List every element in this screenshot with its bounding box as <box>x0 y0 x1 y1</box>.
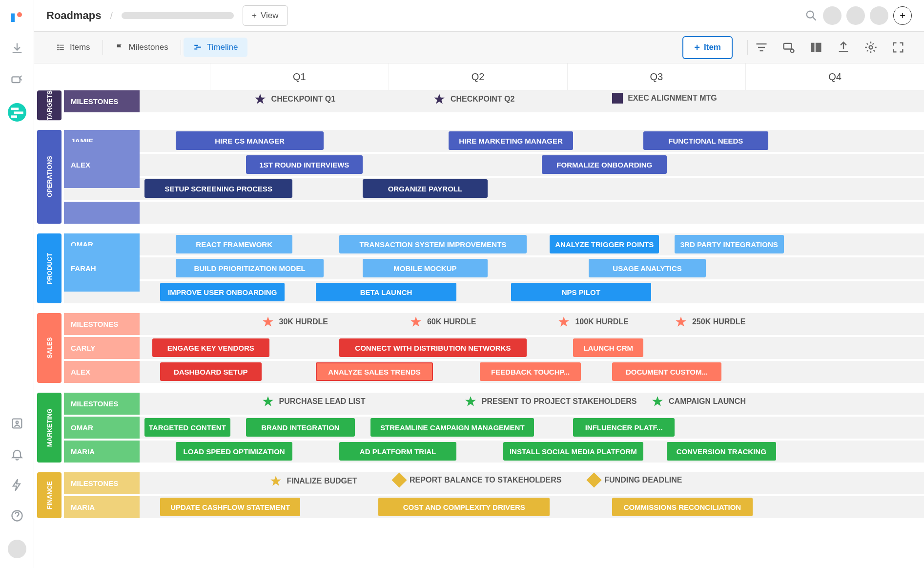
timeline-bar[interactable]: DASHBOARD SETUP <box>160 362 262 381</box>
timeline-bar[interactable]: UPDATE CASHFLOW STATEMENT <box>160 498 300 516</box>
star-icon <box>262 395 274 408</box>
timeline-bar[interactable]: NPS PILOT <box>511 283 651 301</box>
milestone[interactable]: FINALIZE BUDGET <box>269 475 357 487</box>
milestone-label: CHECKPOINT Q2 <box>451 95 515 104</box>
svg-rect-21 <box>760 50 763 51</box>
timeline-bar[interactable]: BRAND INTEGRATION <box>246 418 355 437</box>
milestone[interactable]: FUNDING DEADLINE <box>589 475 682 485</box>
timeline-bar[interactable]: CONNECT WITH DISTRIBUTION NETWORKS <box>339 338 526 357</box>
timeline-bar[interactable]: FEEDBACK TOUCHP... <box>480 362 581 381</box>
quarter-header: Q4 <box>745 63 924 90</box>
timeline-bar[interactable]: REACT FRAMEWORK <box>176 235 293 253</box>
tab-milestones[interactable]: Milestones <box>105 38 178 57</box>
milestone[interactable]: CAMPAIGN LAUNCH <box>651 395 746 408</box>
star-icon <box>410 316 422 328</box>
timeline-bar[interactable]: BETA LAUNCH <box>316 283 456 301</box>
timeline-bar[interactable]: MOBILE MOCKUP <box>363 259 488 277</box>
export-icon[interactable] <box>837 41 850 54</box>
timeline-bar[interactable]: 3RD PARTY INTEGRATIONS <box>675 235 784 253</box>
svg-rect-3 <box>11 108 19 110</box>
add-view-button[interactable]: +View <box>243 5 287 26</box>
milestone-label: PRESENT TO PROJECT STAKEHOLDERS <box>482 397 637 406</box>
timeline-bar[interactable]: AD PLATFORM TRIAL <box>339 442 456 461</box>
timeline-bar[interactable]: LOAD SPEED OPTIMIZATION <box>176 442 293 461</box>
milestone[interactable]: 100K HURDLE <box>557 316 628 328</box>
milestone[interactable]: PURCHASE LEAD LIST <box>262 395 366 408</box>
link-icon[interactable] <box>782 41 796 54</box>
timeline-bar[interactable]: INFLUENCER PLATF... <box>573 418 675 437</box>
milestone[interactable]: REPORT BALANCE TO STAKEHOLDERS <box>394 475 561 485</box>
timeline-bar[interactable]: ENGAGE KEY VENDORS <box>152 338 269 357</box>
tab-items[interactable]: Items <box>46 38 100 57</box>
milestone[interactable]: CHECKPOINT Q2 <box>433 93 515 105</box>
milestone-label: 100K HURDLE <box>575 317 628 326</box>
timeline-bar[interactable]: TARGETED CONTENT <box>144 418 230 437</box>
user-avatar[interactable] <box>8 540 26 558</box>
avatar[interactable] <box>823 6 842 25</box>
svg-rect-17 <box>196 47 201 48</box>
contacts-icon[interactable] <box>10 417 24 430</box>
avatar[interactable] <box>846 6 865 25</box>
timeline-bar[interactable]: BUILD PRIORITIZATION MODEL <box>176 259 324 277</box>
timeline-bar[interactable]: HIRE MARKETING MANAGER <box>449 131 574 150</box>
milestone-label: 30K HURDLE <box>279 317 328 326</box>
timeline-bar[interactable]: TRANSACTION SYSTEM IMPROVEMENTS <box>339 235 526 253</box>
timeline-bar[interactable]: HIRE CS MANAGER <box>176 131 324 150</box>
avatar[interactable] <box>870 6 888 25</box>
timeline-bar[interactable]: STREAMLINE CAMPAIGN MANAGEMENT <box>370 418 534 437</box>
timeline-bar[interactable]: FUNCTIONAL NEEDS <box>643 131 768 150</box>
breadcrumb-placeholder <box>122 12 234 19</box>
timeline-bar[interactable]: CONVERSION TRACKING <box>667 442 776 461</box>
add-member-button[interactable]: + <box>893 6 912 25</box>
timeline-bar[interactable]: COMMISSIONS RECONCILIATION <box>612 498 752 516</box>
filter-icon[interactable] <box>755 41 768 54</box>
milestone[interactable]: 60K HURDLE <box>410 316 476 328</box>
timeline-bar[interactable]: COST AND COMPLEXITY DRIVERS <box>378 498 550 516</box>
timeline-bar[interactable]: LAUNCH CRM <box>573 338 643 357</box>
svg-rect-4 <box>14 111 23 114</box>
milestone[interactable]: 250K HURDLE <box>675 316 745 328</box>
timeline-bar[interactable]: ANALYZE TRIGGER POINTS <box>550 235 659 253</box>
row-label <box>64 202 140 224</box>
import-icon[interactable] <box>10 72 24 86</box>
bell-icon[interactable] <box>10 447 24 461</box>
svg-rect-16 <box>194 45 198 46</box>
timeline-bar[interactable]: ORGANIZE PAYROLL <box>363 179 488 198</box>
gear-icon[interactable] <box>864 41 878 54</box>
star-icon <box>651 395 664 408</box>
bolt-icon[interactable] <box>10 478 24 492</box>
milestone[interactable]: CHECKPOINT Q1 <box>254 93 336 105</box>
milestone[interactable]: EXEC ALIGNMENT MTG <box>612 93 717 104</box>
help-icon[interactable] <box>10 509 24 523</box>
milestone[interactable]: 30K HURDLE <box>262 316 328 328</box>
timeline-bar[interactable]: DOCUMENT CUSTOM... <box>612 362 721 381</box>
layout-icon[interactable] <box>809 41 823 54</box>
timeline-bar[interactable]: SETUP SCREENING PROCESS <box>144 179 292 198</box>
star-icon <box>464 395 477 408</box>
timeline-nav-icon[interactable] <box>8 103 26 122</box>
timeline-bar[interactable]: USAGE ANALYTICS <box>589 259 706 277</box>
svg-rect-25 <box>816 43 821 52</box>
timeline-bar[interactable]: ANALYZE SALES TRENDS <box>316 362 433 381</box>
row-label: ALEX <box>64 142 140 188</box>
timeline-bar[interactable]: INSTALL SOCIAL MEDIA PLATFORM <box>503 442 643 461</box>
download-icon[interactable] <box>10 42 24 55</box>
timeline-area: Q1Q2Q3Q4 TARGETSMILESTONESCHECKPOINT Q1C… <box>34 63 924 568</box>
svg-point-14 <box>57 49 59 50</box>
page-title: Roadmaps <box>46 9 101 22</box>
row-label: MILESTONES <box>64 393 140 415</box>
timeline-bar[interactable]: IMPROVE USER ONBOARDING <box>160 283 285 301</box>
fullscreen-icon[interactable] <box>891 41 905 54</box>
row-label: MILESTONES <box>64 90 140 112</box>
milestone-label: REPORT BALANCE TO STAKEHOLDERS <box>410 476 561 484</box>
timeline-bar[interactable]: FORMALIZE ONBOARDING <box>542 155 667 174</box>
svg-rect-20 <box>758 47 765 48</box>
milestone[interactable]: PRESENT TO PROJECT STAKEHOLDERS <box>464 395 637 408</box>
timeline-row: ALEX1ST ROUND INTERVIEWSFORMALIZE ONBOAR… <box>64 154 924 176</box>
tab-timeline[interactable]: Timeline <box>184 38 248 57</box>
timeline-row: OMARREACT FRAMEWORKTRANSACTION SYSTEM IM… <box>64 233 924 255</box>
row-label: ALEX <box>64 361 140 383</box>
add-item-button[interactable]: +Item <box>682 36 733 59</box>
search-icon[interactable] <box>804 9 818 22</box>
timeline-bar[interactable]: 1ST ROUND INTERVIEWS <box>246 155 363 174</box>
